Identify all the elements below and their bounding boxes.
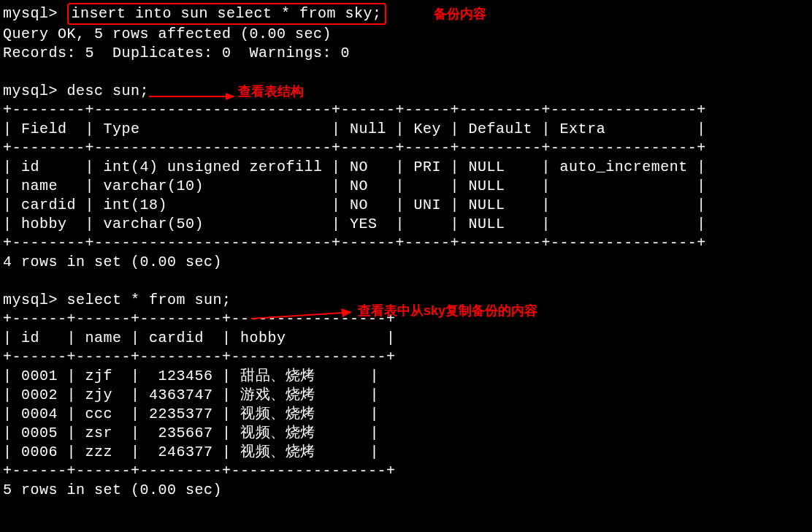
command-line-desc: mysql> desc sun;: [3, 82, 809, 101]
select-command-text: select * from sun;: [67, 292, 231, 308]
svg-marker-3: [341, 308, 352, 317]
mysql-prompt: mysql>: [3, 5, 58, 22]
blank-line: [3, 272, 809, 291]
svg-line-2: [251, 313, 342, 319]
table-header: | Field | Type | Null | Key | Default | …: [3, 120, 809, 139]
table-header: | id | name | cardid | hobby |: [3, 329, 809, 348]
annotation-view-copied: 查看表中从sky复制备份的内容: [358, 303, 537, 319]
arrow-icon: [251, 308, 353, 323]
table-row: | hobby | varchar(50) | YES | | NULL | |: [3, 215, 809, 234]
table-row: | cardid | int(18) | NO | UNI | NULL | |: [3, 196, 809, 215]
table-border: +------+------+---------+---------------…: [3, 462, 809, 481]
table-row: | id | int(4) unsigned zerofill | NO | P…: [3, 158, 809, 177]
insert-command-text: insert into sun select * from sky;: [72, 5, 382, 22]
svg-marker-1: [226, 93, 235, 100]
highlighted-command: insert into sun select * from sky;: [67, 3, 386, 25]
select-footer: 5 rows in set (0.00 sec): [3, 481, 809, 500]
table-row: | name | varchar(10) | NO | | NULL | |: [3, 177, 809, 196]
command-line-insert: mysql> insert into sun select * from sky…: [3, 3, 809, 25]
table-row: | 0002 | zjy | 4363747 | 游戏、烧烤 |: [3, 386, 809, 405]
table-row: | 0006 | zzz | 246377 | 视频、烧烤 |: [3, 443, 809, 462]
table-border: +--------+--------------------------+---…: [3, 139, 809, 158]
terminal-output: mysql> insert into sun select * from sky…: [3, 3, 809, 500]
mysql-prompt: mysql>: [3, 292, 58, 308]
table-row: | 0005 | zsr | 235667 | 视频、烧烤 |: [3, 424, 809, 443]
blank-line: [3, 63, 809, 82]
table-row: | 0001 | zjf | 123456 | 甜品、烧烤 |: [3, 367, 809, 386]
desc-command-text: desc sun;: [67, 83, 150, 99]
query-ok-line: Query OK, 5 rows affected (0.00 sec): [3, 25, 809, 44]
mysql-prompt: mysql>: [3, 83, 58, 99]
table-border: +--------+--------------------------+---…: [3, 101, 809, 120]
desc-footer: 4 rows in set (0.00 sec): [3, 253, 809, 272]
records-line: Records: 5 Duplicates: 0 Warnings: 0: [3, 44, 809, 63]
annotation-structure: 查看表结构: [238, 83, 304, 100]
table-border: +--------+--------------------------+---…: [3, 234, 809, 253]
annotation-backup: 备份内容: [434, 6, 486, 23]
arrow-icon: [149, 89, 237, 104]
table-border: +------+------+---------+---------------…: [3, 348, 809, 367]
table-row: | 0004 | ccc | 2235377 | 视频、烧烤 |: [3, 405, 809, 424]
